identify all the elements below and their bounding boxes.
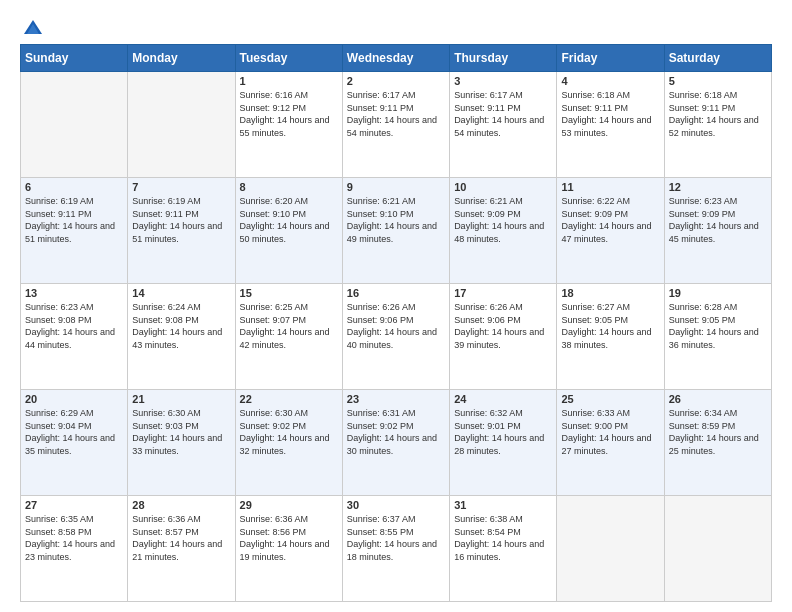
calendar-cell: 20Sunrise: 6:29 AMSunset: 9:04 PMDayligh… <box>21 390 128 496</box>
col-header-wednesday: Wednesday <box>342 45 449 72</box>
calendar-cell: 21Sunrise: 6:30 AMSunset: 9:03 PMDayligh… <box>128 390 235 496</box>
day-info: Sunrise: 6:33 AMSunset: 9:00 PMDaylight:… <box>561 407 659 457</box>
calendar-cell: 22Sunrise: 6:30 AMSunset: 9:02 PMDayligh… <box>235 390 342 496</box>
calendar-cell <box>21 72 128 178</box>
day-info: Sunrise: 6:36 AMSunset: 8:57 PMDaylight:… <box>132 513 230 563</box>
week-row-4: 20Sunrise: 6:29 AMSunset: 9:04 PMDayligh… <box>21 390 772 496</box>
calendar-cell: 4Sunrise: 6:18 AMSunset: 9:11 PMDaylight… <box>557 72 664 178</box>
day-info: Sunrise: 6:30 AMSunset: 9:03 PMDaylight:… <box>132 407 230 457</box>
day-number: 23 <box>347 393 445 405</box>
day-number: 2 <box>347 75 445 87</box>
day-info: Sunrise: 6:34 AMSunset: 8:59 PMDaylight:… <box>669 407 767 457</box>
col-header-saturday: Saturday <box>664 45 771 72</box>
day-info: Sunrise: 6:20 AMSunset: 9:10 PMDaylight:… <box>240 195 338 245</box>
day-info: Sunrise: 6:31 AMSunset: 9:02 PMDaylight:… <box>347 407 445 457</box>
day-info: Sunrise: 6:19 AMSunset: 9:11 PMDaylight:… <box>25 195 123 245</box>
calendar-cell <box>664 496 771 602</box>
calendar-cell: 8Sunrise: 6:20 AMSunset: 9:10 PMDaylight… <box>235 178 342 284</box>
day-number: 1 <box>240 75 338 87</box>
calendar-cell: 2Sunrise: 6:17 AMSunset: 9:11 PMDaylight… <box>342 72 449 178</box>
day-number: 25 <box>561 393 659 405</box>
day-info: Sunrise: 6:26 AMSunset: 9:06 PMDaylight:… <box>347 301 445 351</box>
day-info: Sunrise: 6:36 AMSunset: 8:56 PMDaylight:… <box>240 513 338 563</box>
day-info: Sunrise: 6:32 AMSunset: 9:01 PMDaylight:… <box>454 407 552 457</box>
day-number: 22 <box>240 393 338 405</box>
day-info: Sunrise: 6:24 AMSunset: 9:08 PMDaylight:… <box>132 301 230 351</box>
calendar-cell: 27Sunrise: 6:35 AMSunset: 8:58 PMDayligh… <box>21 496 128 602</box>
day-number: 30 <box>347 499 445 511</box>
calendar-cell: 11Sunrise: 6:22 AMSunset: 9:09 PMDayligh… <box>557 178 664 284</box>
header <box>20 18 772 34</box>
day-info: Sunrise: 6:26 AMSunset: 9:06 PMDaylight:… <box>454 301 552 351</box>
calendar-table: SundayMondayTuesdayWednesdayThursdayFrid… <box>20 44 772 602</box>
calendar-cell: 29Sunrise: 6:36 AMSunset: 8:56 PMDayligh… <box>235 496 342 602</box>
calendar-cell: 15Sunrise: 6:25 AMSunset: 9:07 PMDayligh… <box>235 284 342 390</box>
day-number: 14 <box>132 287 230 299</box>
calendar-cell: 23Sunrise: 6:31 AMSunset: 9:02 PMDayligh… <box>342 390 449 496</box>
col-header-tuesday: Tuesday <box>235 45 342 72</box>
day-info: Sunrise: 6:21 AMSunset: 9:09 PMDaylight:… <box>454 195 552 245</box>
week-row-5: 27Sunrise: 6:35 AMSunset: 8:58 PMDayligh… <box>21 496 772 602</box>
day-number: 6 <box>25 181 123 193</box>
day-info: Sunrise: 6:23 AMSunset: 9:08 PMDaylight:… <box>25 301 123 351</box>
calendar-cell: 3Sunrise: 6:17 AMSunset: 9:11 PMDaylight… <box>450 72 557 178</box>
day-info: Sunrise: 6:30 AMSunset: 9:02 PMDaylight:… <box>240 407 338 457</box>
col-header-monday: Monday <box>128 45 235 72</box>
day-info: Sunrise: 6:18 AMSunset: 9:11 PMDaylight:… <box>669 89 767 139</box>
day-number: 15 <box>240 287 338 299</box>
calendar-cell: 25Sunrise: 6:33 AMSunset: 9:00 PMDayligh… <box>557 390 664 496</box>
col-header-sunday: Sunday <box>21 45 128 72</box>
day-info: Sunrise: 6:19 AMSunset: 9:11 PMDaylight:… <box>132 195 230 245</box>
day-number: 19 <box>669 287 767 299</box>
day-number: 13 <box>25 287 123 299</box>
calendar-cell: 28Sunrise: 6:36 AMSunset: 8:57 PMDayligh… <box>128 496 235 602</box>
calendar-cell: 19Sunrise: 6:28 AMSunset: 9:05 PMDayligh… <box>664 284 771 390</box>
calendar-cell: 16Sunrise: 6:26 AMSunset: 9:06 PMDayligh… <box>342 284 449 390</box>
calendar-cell: 13Sunrise: 6:23 AMSunset: 9:08 PMDayligh… <box>21 284 128 390</box>
calendar-header-row: SundayMondayTuesdayWednesdayThursdayFrid… <box>21 45 772 72</box>
calendar-cell: 10Sunrise: 6:21 AMSunset: 9:09 PMDayligh… <box>450 178 557 284</box>
day-number: 24 <box>454 393 552 405</box>
calendar-cell: 30Sunrise: 6:37 AMSunset: 8:55 PMDayligh… <box>342 496 449 602</box>
calendar-cell: 18Sunrise: 6:27 AMSunset: 9:05 PMDayligh… <box>557 284 664 390</box>
logo <box>20 18 44 34</box>
day-number: 28 <box>132 499 230 511</box>
day-number: 10 <box>454 181 552 193</box>
col-header-friday: Friday <box>557 45 664 72</box>
day-number: 7 <box>132 181 230 193</box>
day-info: Sunrise: 6:23 AMSunset: 9:09 PMDaylight:… <box>669 195 767 245</box>
day-info: Sunrise: 6:18 AMSunset: 9:11 PMDaylight:… <box>561 89 659 139</box>
day-number: 26 <box>669 393 767 405</box>
calendar-cell: 14Sunrise: 6:24 AMSunset: 9:08 PMDayligh… <box>128 284 235 390</box>
calendar-cell: 26Sunrise: 6:34 AMSunset: 8:59 PMDayligh… <box>664 390 771 496</box>
day-number: 27 <box>25 499 123 511</box>
day-info: Sunrise: 6:29 AMSunset: 9:04 PMDaylight:… <box>25 407 123 457</box>
day-info: Sunrise: 6:25 AMSunset: 9:07 PMDaylight:… <box>240 301 338 351</box>
day-number: 31 <box>454 499 552 511</box>
day-number: 17 <box>454 287 552 299</box>
day-number: 3 <box>454 75 552 87</box>
day-number: 12 <box>669 181 767 193</box>
calendar-cell: 7Sunrise: 6:19 AMSunset: 9:11 PMDaylight… <box>128 178 235 284</box>
day-info: Sunrise: 6:27 AMSunset: 9:05 PMDaylight:… <box>561 301 659 351</box>
day-number: 21 <box>132 393 230 405</box>
day-number: 5 <box>669 75 767 87</box>
calendar-cell: 1Sunrise: 6:16 AMSunset: 9:12 PMDaylight… <box>235 72 342 178</box>
calendar-cell: 6Sunrise: 6:19 AMSunset: 9:11 PMDaylight… <box>21 178 128 284</box>
day-number: 29 <box>240 499 338 511</box>
calendar-cell: 24Sunrise: 6:32 AMSunset: 9:01 PMDayligh… <box>450 390 557 496</box>
day-info: Sunrise: 6:28 AMSunset: 9:05 PMDaylight:… <box>669 301 767 351</box>
day-info: Sunrise: 6:37 AMSunset: 8:55 PMDaylight:… <box>347 513 445 563</box>
day-number: 9 <box>347 181 445 193</box>
day-info: Sunrise: 6:17 AMSunset: 9:11 PMDaylight:… <box>347 89 445 139</box>
calendar-cell: 12Sunrise: 6:23 AMSunset: 9:09 PMDayligh… <box>664 178 771 284</box>
day-number: 18 <box>561 287 659 299</box>
day-number: 16 <box>347 287 445 299</box>
day-number: 8 <box>240 181 338 193</box>
day-info: Sunrise: 6:16 AMSunset: 9:12 PMDaylight:… <box>240 89 338 139</box>
calendar-cell <box>557 496 664 602</box>
day-info: Sunrise: 6:17 AMSunset: 9:11 PMDaylight:… <box>454 89 552 139</box>
day-number: 20 <box>25 393 123 405</box>
page: SundayMondayTuesdayWednesdayThursdayFrid… <box>0 0 792 612</box>
day-info: Sunrise: 6:35 AMSunset: 8:58 PMDaylight:… <box>25 513 123 563</box>
